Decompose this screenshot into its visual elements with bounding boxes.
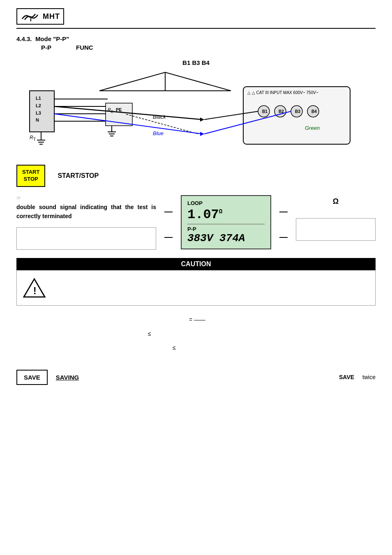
equals-dash: = —— [189,314,205,325]
save-desc-suffix: twice [362,374,376,380]
caution-header: CAUTION [16,258,376,270]
leq-1: ≤ [148,328,151,339]
connector-left [164,195,173,238]
start-stop-label: START/STOP [58,172,99,180]
display-screen: LOOP 1.07Ω P-P 383V 374A [181,195,271,249]
pp-label: P-P [41,44,51,51]
wiring-diagram: L1 L2 L3 N R T R E PE Black [16,70,376,152]
signal-text: double sound signal indicating that the … [16,203,156,221]
logo-icon [21,11,41,22]
svg-text:△ △ CAT III INPUT MAX 600V~ 75: △ △ CAT III INPUT MAX 600V~ 750V~ [247,90,318,95]
svg-marker-26 [200,117,204,122]
svg-text:L3: L3 [36,111,41,115]
diagram-labels: B1 B3 B4 [16,59,376,66]
svg-text:Blue: Blue [153,130,164,136]
left-content: ☞ double sound signal indicating that th… [16,195,156,250]
display-sub-mode: P-P [187,224,265,232]
svg-text:B3: B3 [295,109,300,114]
svg-text:T: T [33,137,36,142]
leq-2: ≤ [173,342,176,353]
save-section: SAVE SAVING SAVE twice [16,366,376,385]
svg-text:Black: Black [153,114,166,120]
header-divider [16,28,376,29]
logo-box: MHT [16,8,64,25]
connector-line-top [164,212,173,212]
logo-text: MHT [43,12,60,21]
subtitle-row: P-P FUNC [41,44,376,51]
svg-marker-28 [200,132,204,136]
connector-line-bottom [164,237,173,238]
connector-right [279,195,288,238]
section-title: 4.4.3. Mode "P-P" [16,35,376,42]
logo-area: MHT [16,8,376,25]
right-side-labels: Ω [296,195,376,241]
svg-text:B1: B1 [262,109,267,114]
note-icon: ☞ [16,195,156,201]
main-content-row: ☞ double sound signal indicating that th… [16,195,376,250]
saving-label: SAVING [56,374,79,381]
display-sub-value: 383V 374A [187,232,265,244]
func-label: FUNC [76,44,93,51]
ohm-label: Ω [296,197,376,206]
connector-line-bottom-right [279,237,288,238]
warning-triangle-icon: ! [23,276,46,299]
svg-text:N: N [36,117,39,122]
save-description: SAVE twice [339,374,376,380]
start-stop-row: START STOP START/STOP [16,165,376,187]
caution-body: ! [16,270,376,306]
svg-text:B4: B4 [311,109,317,114]
svg-text:Green: Green [305,125,320,131]
svg-text:PE: PE [116,107,122,112]
display-mode-top: LOOP [187,200,265,206]
svg-text:L2: L2 [36,103,41,108]
svg-text:L1: L1 [36,96,41,101]
svg-rect-1 [30,91,54,132]
svg-text:!: ! [33,285,37,296]
svg-text:R: R [30,135,33,140]
formula-line-1: = —— [33,314,376,325]
diagram-area: L1 L2 L3 N R T R E PE Black [16,70,376,152]
empty-box-right [296,218,376,241]
start-stop-button[interactable]: START STOP [16,165,45,187]
connector-line-top-right [279,212,288,212]
empty-text-box [16,227,156,250]
formula-line-2: ≤ [33,328,376,339]
formula-line-3: ≤ [33,342,376,353]
formula-section: = —— ≤ ≤ [16,314,376,353]
save-button[interactable]: SAVE [16,370,48,385]
display-screen-container: LOOP 1.07Ω P-P 383V 374A [181,195,271,249]
save-desc-label: SAVE [339,374,354,380]
display-value: 1.07Ω [187,207,265,222]
caution-section: CAUTION ! [16,258,376,306]
